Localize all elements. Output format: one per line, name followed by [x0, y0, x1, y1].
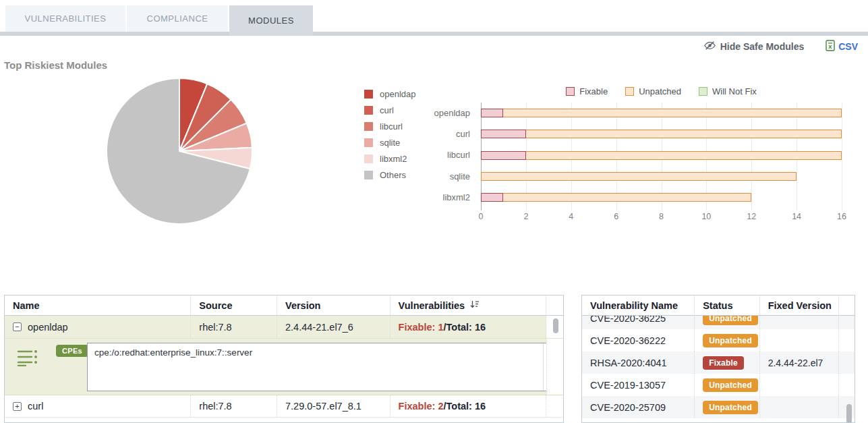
bar-fixable-openldap [481, 109, 503, 117]
bar-category-labels: openldapcurllibcurlsqlitelibxml2 [398, 103, 475, 208]
x-tick-label: 4 [569, 212, 573, 221]
module-vulnerabilities: Fixable: 1 / Total: 16 [390, 316, 546, 338]
table-row-curl[interactable]: + curl rhel:7.8 7.29.0-57.el7_8.1 Fixabl… [5, 395, 563, 418]
collapse-row-icon[interactable]: − [13, 322, 22, 331]
partial-next-row [5, 418, 563, 423]
fixed-version [760, 316, 839, 329]
table-row[interactable]: CVE-2020-36222Unpatched [582, 329, 855, 351]
vulnerabilities-table-scrollbar-thumb[interactable] [846, 404, 852, 423]
vulnerability-name: CVE-2020-36225 [582, 316, 695, 329]
legend-label: sqlite [380, 138, 400, 148]
server-stack-icon [17, 349, 38, 369]
status-cell: Unpatched [695, 396, 760, 418]
column-header-status[interactable]: Status [695, 295, 760, 315]
modules-table-header: Name Source Version Vulnerabilities [5, 295, 563, 316]
modules-table: Name Source Version Vulnerabilities − op… [4, 295, 564, 423]
table-row[interactable]: CVE-2020-25709Unpatched [582, 396, 855, 418]
x-tick-label: 0 [479, 212, 484, 221]
legend-swatch [364, 106, 373, 115]
x-tick-label: 12 [747, 212, 756, 221]
total-count: Total: 16 [446, 322, 486, 333]
legend-label: openldap [380, 89, 416, 99]
fixed-version: 2.4.44-22.el7 [760, 351, 839, 374]
csv-export-button[interactable]: x CSV [826, 40, 858, 53]
legend-swatch [566, 87, 575, 96]
column-header-fixed-version[interactable]: Fixed Version [760, 295, 839, 315]
bar-legend-item: Fixable [566, 86, 608, 96]
expand-row-icon[interactable]: + [13, 402, 22, 411]
bar-category-label: curl [398, 123, 470, 144]
hide-safe-modules-button[interactable]: Hide Safe Modules [704, 40, 804, 53]
column-header-source[interactable]: Source [191, 295, 277, 315]
modules-page: VULNERABILITIES COMPLIANCE MODULES Hide … [0, 0, 868, 423]
row-scrollbar-gutter [839, 374, 855, 396]
vulnerability-name: CVE-2020-25709 [582, 396, 695, 418]
toolbar: Hide Safe Modules x CSV [704, 40, 858, 53]
csv-label: CSV [838, 41, 858, 52]
legend-label: Unpatched [639, 86, 681, 96]
x-tick-label: 2 [523, 212, 528, 221]
x-tick-label: 6 [614, 212, 618, 221]
tab-vulnerabilities[interactable]: VULNERABILITIES [5, 5, 125, 32]
module-source: rhel:7.8 [191, 316, 277, 338]
total-count: Total: 16 [446, 401, 486, 412]
module-name: openldap [28, 322, 68, 333]
legend-swatch [699, 87, 707, 96]
bar-fixable-curl [481, 130, 526, 138]
bar-fixable-libcurl [481, 151, 526, 160]
table-row[interactable]: RHSA-2020:4041Fixable2.4.44-22.el7 [582, 351, 855, 374]
row-scrollbar-gutter [839, 316, 855, 329]
legend-swatch [364, 90, 373, 98]
bar-category-label: libxml2 [398, 187, 470, 208]
fixed-version [760, 329, 839, 351]
riskiest-modules-bar-chart [481, 103, 842, 208]
bar-category-label: libcurl [398, 144, 470, 165]
legend-label: Will Not Fix [712, 86, 757, 96]
legend-swatch [625, 87, 634, 96]
status-badge: Unpatched [703, 334, 758, 347]
table-row[interactable]: CVE-2019-13057Unpatched [582, 374, 855, 396]
sort-descending-icon [470, 300, 480, 311]
module-vulnerabilities: Fixable: 2 / Total: 16 [390, 395, 546, 417]
vulnerabilities-header-label: Vulnerabilities [399, 300, 465, 311]
vulnerability-name: CVE-2019-13057 [582, 374, 695, 396]
x-tick-label: 16 [837, 212, 846, 221]
cpe-list-box[interactable]: cpe:/o:redhat:enterprise_linux:7::server [87, 343, 559, 391]
bar-unpatched-libcurl [481, 151, 842, 160]
status-cell: Unpatched [695, 329, 760, 351]
modules-table-scrollbar-thumb[interactable] [553, 318, 558, 333]
fixed-version [760, 374, 839, 396]
row-scrollbar-gutter [546, 339, 563, 395]
legend-label: curl [380, 105, 394, 115]
bar-fixable-libxml2 [481, 193, 503, 202]
table-row[interactable]: CVE-2020-36225Unpatched [582, 316, 855, 329]
table-row-openldap[interactable]: − openldap rhel:7.8 2.4.44-21.el7_6 Fixa… [5, 316, 563, 339]
openldap-details-row: CPEs cpe:/o:redhat:enterprise_linux:7::s… [5, 339, 563, 395]
section-title: Top Riskiest Modules [4, 59, 107, 71]
column-header-vulnerability-name[interactable]: Vulnerability Name [582, 295, 695, 315]
vulnerabilities-table-body: CVE-2020-36225UnpatchedCVE-2020-36222Unp… [582, 316, 855, 422]
column-header-version[interactable]: Version [277, 295, 390, 315]
excel-file-icon: x [826, 40, 835, 53]
cpes-badge: CPEs [56, 345, 88, 357]
fixed-version [760, 396, 839, 418]
x-tick-label: 8 [659, 212, 664, 221]
bar-unpatched-openldap [481, 109, 842, 117]
bar-category-label: sqlite [398, 166, 470, 187]
bar-x-axis-labels: 0246810121416 [481, 212, 842, 223]
bar-unpatched-sqlite [481, 172, 797, 181]
tab-bar: VULNERABILITIES COMPLIANCE MODULES [5, 5, 313, 36]
eye-slash-icon [704, 40, 716, 53]
tab-modules[interactable]: MODULES [229, 5, 313, 36]
tab-compliance[interactable]: COMPLIANCE [127, 5, 228, 32]
status-badge: Unpatched [703, 401, 758, 414]
bar-chart-legend: FixableUnpatchedWill Not Fix [481, 86, 842, 96]
bar-category-label: openldap [398, 103, 470, 123]
x-tick-label: 10 [701, 212, 711, 221]
row-scrollbar-gutter [839, 351, 855, 374]
bar-legend-item: Will Not Fix [699, 86, 757, 96]
vulnerabilities-table-header: Vulnerability Name Status Fixed Version [582, 295, 855, 316]
bar-unpatched-libxml2 [481, 193, 751, 202]
column-header-vulnerabilities[interactable]: Vulnerabilities [390, 295, 546, 315]
column-header-name[interactable]: Name [5, 295, 191, 315]
